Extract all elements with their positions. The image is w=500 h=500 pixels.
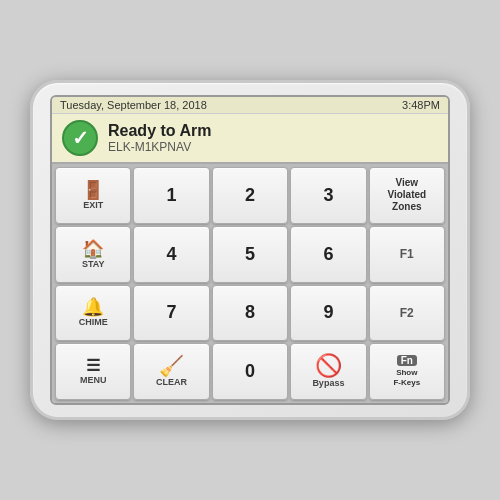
key-7[interactable]: 7 <box>133 285 209 342</box>
show-fkeys-button[interactable]: Fn ShowF-Keys <box>369 343 445 400</box>
keypad-screen: Tuesday, September 18, 2018 3:48PM ✓ Rea… <box>50 95 450 405</box>
status-text-group: Ready to Arm ELK-M1KPNAV <box>108 122 211 154</box>
ready-area: ✓ Ready to Arm ELK-M1KPNAV <box>52 114 448 164</box>
menu-button[interactable]: ☰ MENU <box>55 343 131 400</box>
alarm-keypad: Tuesday, September 18, 2018 3:48PM ✓ Rea… <box>30 80 470 420</box>
home-icon: 🏠 <box>82 240 104 258</box>
key-4[interactable]: 4 <box>133 226 209 283</box>
clear-button[interactable]: 🧹 CLEAR <box>133 343 209 400</box>
no-icon: 🚫 <box>315 355 342 377</box>
bell-icon: 🔔 <box>82 298 104 316</box>
key-5[interactable]: 5 <box>212 226 288 283</box>
stay-button[interactable]: 🏠 STAY <box>55 226 131 283</box>
key-0[interactable]: 0 <box>212 343 288 400</box>
system-id: ELK-M1KPNAV <box>108 140 211 154</box>
chime-button[interactable]: 🔔 CHIME <box>55 285 131 342</box>
view-violated-zones-button[interactable]: ViewViolatedZones <box>369 167 445 224</box>
key-2[interactable]: 2 <box>212 167 288 224</box>
key-6[interactable]: 6 <box>290 226 366 283</box>
bypass-button[interactable]: 🚫 Bypass <box>290 343 366 400</box>
broom-icon: 🧹 <box>159 356 184 376</box>
status-bar: Tuesday, September 18, 2018 3:48PM <box>52 97 448 114</box>
date-display: Tuesday, September 18, 2018 <box>60 99 207 111</box>
door-icon: 🚪 <box>82 181 104 199</box>
menu-icon: ☰ <box>86 358 100 374</box>
key-8[interactable]: 8 <box>212 285 288 342</box>
exit-button[interactable]: 🚪 EXIT <box>55 167 131 224</box>
key-9[interactable]: 9 <box>290 285 366 342</box>
key-3[interactable]: 3 <box>290 167 366 224</box>
ready-status: Ready to Arm <box>108 122 211 140</box>
key-1[interactable]: 1 <box>133 167 209 224</box>
time-display: 3:48PM <box>402 99 440 111</box>
f2-button[interactable]: F2 <box>369 285 445 342</box>
status-icon: ✓ <box>62 120 98 156</box>
f1-button[interactable]: F1 <box>369 226 445 283</box>
keypad-grid: 🚪 EXIT 1 2 3 ViewViolatedZones 🏠 STAY 4 <box>52 164 448 403</box>
